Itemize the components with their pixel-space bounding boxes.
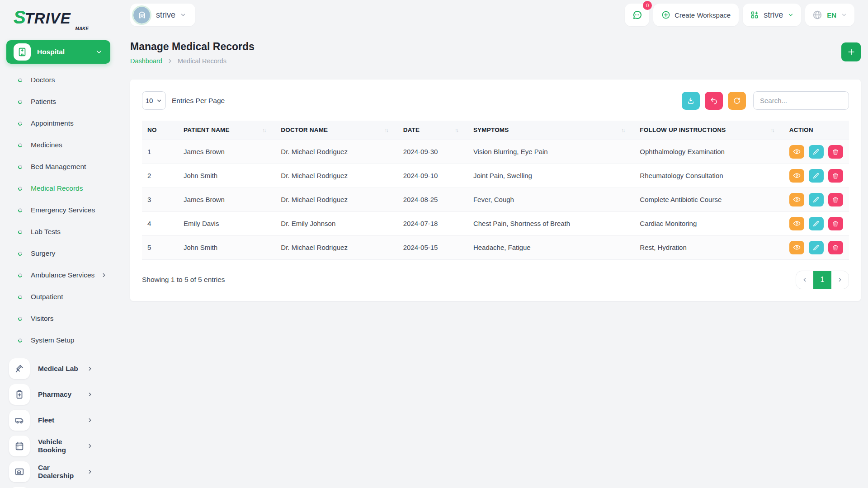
- delete-button[interactable]: [828, 169, 843, 183]
- delete-button[interactable]: [828, 193, 843, 206]
- module-iconbox: [9, 384, 30, 405]
- sidebar-subitem[interactable]: Medicines: [0, 134, 117, 156]
- trash-icon: [832, 220, 839, 227]
- pagination-page-1[interactable]: 1: [813, 271, 831, 289]
- bullet-ring-icon: [18, 294, 23, 300]
- cell-follow-up: Cardiac Monitoring: [634, 211, 783, 235]
- cell-symptoms: Joint Pain, Swelling: [468, 164, 634, 188]
- chevron-down-icon: [156, 98, 162, 104]
- trash-icon: [832, 172, 839, 179]
- sort-icon[interactable]: ↑↓: [771, 127, 774, 133]
- cell-patient-name: John Smith: [178, 164, 275, 188]
- delete-button[interactable]: [828, 241, 843, 254]
- breadcrumb-current: Medical Records: [178, 57, 226, 65]
- export-button[interactable]: [682, 92, 700, 110]
- sidebar-module-item[interactable]: Medical Lab: [9, 356, 117, 381]
- sidebar-module-item[interactable]: Pharmacy: [9, 381, 117, 407]
- sidebar-subitem[interactable]: Doctors: [0, 69, 117, 91]
- delete-button[interactable]: [828, 145, 843, 159]
- table-row: 1 James Brown Dr. Michael Rodriguez 2024…: [142, 140, 849, 164]
- cell-patient-name: James Brown: [178, 188, 275, 211]
- sidebar-module-item[interactable]: Garage/Workshop: [9, 484, 117, 488]
- edit-button[interactable]: [809, 193, 824, 206]
- breadcrumb: Dashboard Medical Records: [130, 57, 255, 65]
- view-button[interactable]: [789, 241, 804, 254]
- cell-doctor-name: Dr. Michael Rodriguez: [275, 164, 397, 188]
- table-row: 3 James Brown Dr. Michael Rodriguez 2024…: [142, 188, 849, 211]
- refresh-icon: [733, 97, 741, 105]
- chevron-right-icon: [837, 277, 843, 283]
- org-switcher[interactable]: strive: [743, 4, 801, 26]
- undo-button[interactable]: [705, 92, 723, 110]
- cell-actions: [784, 164, 849, 188]
- sidebar-module-item[interactable]: Car Dealership: [9, 459, 117, 484]
- brand-accent-letter: S: [14, 8, 25, 26]
- sidebar-subitem[interactable]: Patients: [0, 91, 117, 113]
- sidebar-subitem[interactable]: Outpatient: [0, 286, 117, 308]
- refresh-button[interactable]: [728, 92, 746, 110]
- sidebar-subitem[interactable]: Visitors: [0, 308, 117, 329]
- column-header-label: ACTION: [789, 127, 813, 133]
- cell-actions: [784, 235, 849, 259]
- sidebar-subitem[interactable]: Bed Management: [0, 156, 117, 178]
- pagination-prev-button[interactable]: [796, 271, 813, 289]
- sort-icon[interactable]: ↑↓: [262, 127, 265, 133]
- sidebar-subitem[interactable]: System Setup: [0, 329, 117, 351]
- sidebar-subitem-label: Emergency Services: [31, 206, 95, 214]
- sidebar-subitem[interactable]: Lab Tests: [0, 221, 117, 243]
- sidebar-subitem[interactable]: Emergency Services: [0, 199, 117, 221]
- add-record-button[interactable]: [841, 42, 861, 61]
- edit-button[interactable]: [809, 169, 824, 183]
- sidebar-subitem-label: Surgery: [31, 249, 55, 258]
- sidebar-module-label: Fleet: [38, 416, 87, 424]
- edit-button[interactable]: [809, 241, 824, 254]
- entries-per-page-select[interactable]: 10: [142, 91, 166, 110]
- cell-symptoms: Headache, Fatigue: [468, 235, 634, 259]
- sidebar-module-item[interactable]: Vehicle Booking: [9, 433, 117, 459]
- breadcrumb-dashboard-link[interactable]: Dashboard: [130, 57, 162, 65]
- bullet-ring-icon: [18, 186, 23, 191]
- chat-button[interactable]: 0: [625, 4, 649, 26]
- view-button[interactable]: [789, 217, 804, 230]
- hospital-icon: [17, 47, 27, 57]
- edit-button[interactable]: [809, 145, 824, 159]
- search-input[interactable]: [753, 91, 849, 110]
- sidebar-subitem[interactable]: Ambulance Services: [0, 264, 117, 286]
- sidebar-subitem[interactable]: Medical Records: [0, 178, 117, 199]
- chat-badge: 0: [643, 1, 652, 10]
- plus-icon: [847, 47, 856, 56]
- calendar-icon: [14, 441, 24, 451]
- view-button[interactable]: [789, 193, 804, 206]
- view-button[interactable]: [789, 145, 804, 159]
- module-iconbox: [9, 358, 30, 379]
- chevron-down-icon: [95, 48, 103, 56]
- delete-button[interactable]: [828, 217, 843, 230]
- sidebar-subitem-label: System Setup: [31, 336, 75, 344]
- page-header: Manage Medical Records Dashboard Medical…: [130, 41, 861, 65]
- edit-button[interactable]: [809, 217, 824, 230]
- create-workspace-button[interactable]: Create Workspace: [653, 4, 739, 26]
- sidebar-item-hospital[interactable]: Hospital: [6, 40, 110, 64]
- language-selector[interactable]: EN: [805, 4, 854, 26]
- bullet-ring-icon: [18, 229, 23, 235]
- eye-icon: [793, 244, 801, 251]
- bullet-ring-icon: [18, 338, 23, 343]
- cell-patient-name: Emily Davis: [178, 211, 275, 235]
- globe-icon: [812, 10, 822, 20]
- sidebar-subitem-label: Medical Records: [31, 184, 83, 192]
- trash-icon: [832, 196, 839, 203]
- cell-doctor-name: Dr. Michael Rodriguez: [275, 235, 397, 259]
- cell-patient-name: James Brown: [178, 140, 275, 164]
- sidebar-item-label: Hospital: [37, 48, 95, 56]
- column-header-label: FOLLOW UP INSTRUCTIONS: [640, 127, 726, 133]
- view-button[interactable]: [789, 169, 804, 183]
- sort-icon[interactable]: ↑↓: [621, 127, 624, 133]
- pagination-next-button[interactable]: [831, 271, 849, 289]
- sort-icon[interactable]: ↑↓: [455, 127, 458, 133]
- sidebar-subitem[interactable]: Appointments: [0, 113, 117, 134]
- sort-icon[interactable]: ↑↓: [385, 127, 388, 133]
- sidebar-module-item[interactable]: Fleet: [9, 407, 117, 433]
- grid-plus-icon: [750, 10, 759, 19]
- workspace-switcher[interactable]: strive: [130, 4, 195, 26]
- sidebar-subitem[interactable]: Surgery: [0, 243, 117, 264]
